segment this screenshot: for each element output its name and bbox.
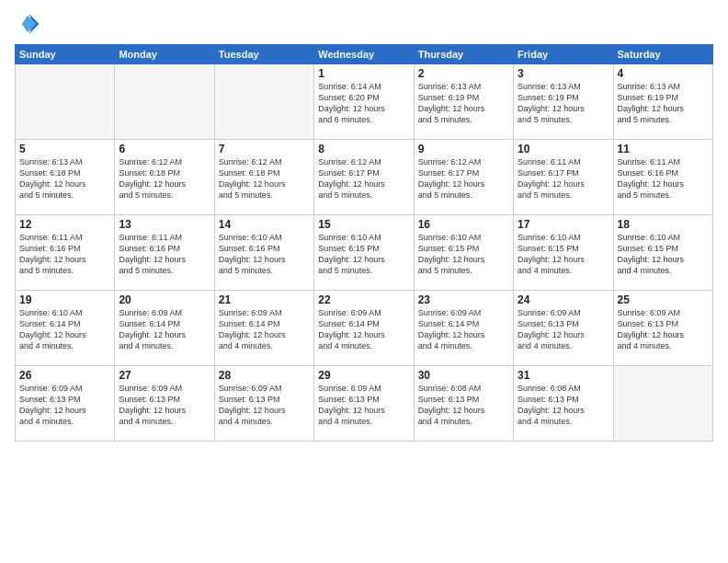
weekday-header-tuesday: Tuesday [214, 45, 313, 64]
day-info: Sunrise: 6:09 AM Sunset: 6:13 PM Dayligh… [19, 383, 110, 428]
day-number: 8 [318, 143, 409, 155]
day-info: Sunrise: 6:11 AM Sunset: 6:16 PM Dayligh… [119, 232, 210, 277]
calendar-cell: 24Sunrise: 6:09 AM Sunset: 6:13 PM Dayli… [514, 291, 613, 366]
weekday-header-saturday: Saturday [613, 45, 712, 64]
week-row-1: 1Sunrise: 6:14 AM Sunset: 6:20 PM Daylig… [16, 64, 713, 140]
day-info: Sunrise: 6:10 AM Sunset: 6:16 PM Dayligh… [219, 232, 310, 277]
day-number: 22 [318, 293, 409, 306]
day-number: 12 [19, 218, 110, 231]
day-number: 28 [219, 369, 310, 382]
day-info: Sunrise: 6:11 AM Sunset: 6:17 PM Dayligh… [518, 156, 609, 201]
day-info: Sunrise: 6:11 AM Sunset: 6:16 PM Dayligh… [19, 232, 110, 277]
calendar-cell [214, 64, 313, 140]
week-row-4: 19Sunrise: 6:10 AM Sunset: 6:14 PM Dayli… [16, 291, 713, 366]
day-info: Sunrise: 6:09 AM Sunset: 6:14 PM Dayligh… [219, 307, 310, 352]
day-info: Sunrise: 6:09 AM Sunset: 6:14 PM Dayligh… [418, 307, 509, 352]
day-number: 24 [518, 293, 609, 306]
calendar-cell: 21Sunrise: 6:09 AM Sunset: 6:14 PM Dayli… [214, 291, 313, 366]
day-number: 20 [119, 293, 210, 306]
day-number: 23 [418, 293, 509, 306]
day-info: Sunrise: 6:13 AM Sunset: 6:19 PM Dayligh… [518, 81, 609, 126]
day-info: Sunrise: 6:13 AM Sunset: 6:18 PM Dayligh… [19, 156, 110, 201]
day-info: Sunrise: 6:09 AM Sunset: 6:13 PM Dayligh… [518, 307, 609, 352]
day-info: Sunrise: 6:10 AM Sunset: 6:15 PM Dayligh… [318, 232, 409, 277]
calendar-cell: 6Sunrise: 6:12 AM Sunset: 6:18 PM Daylig… [115, 140, 214, 215]
day-number: 29 [318, 369, 409, 382]
calendar-cell: 11Sunrise: 6:11 AM Sunset: 6:16 PM Dayli… [613, 140, 712, 215]
weekday-header-wednesday: Wednesday [314, 45, 414, 64]
calendar-cell: 23Sunrise: 6:09 AM Sunset: 6:14 PM Dayli… [414, 291, 513, 366]
calendar-cell: 13Sunrise: 6:11 AM Sunset: 6:16 PM Dayli… [115, 215, 214, 291]
calendar: SundayMondayTuesdayWednesdayThursdayFrid… [15, 44, 713, 442]
calendar-cell: 26Sunrise: 6:09 AM Sunset: 6:13 PM Dayli… [16, 366, 115, 442]
calendar-cell [613, 366, 712, 442]
weekday-header-monday: Monday [115, 45, 214, 64]
day-info: Sunrise: 6:08 AM Sunset: 6:13 PM Dayligh… [518, 383, 609, 428]
day-info: Sunrise: 6:09 AM Sunset: 6:13 PM Dayligh… [219, 383, 310, 428]
calendar-cell: 29Sunrise: 6:09 AM Sunset: 6:13 PM Dayli… [314, 366, 414, 442]
day-number: 7 [219, 143, 310, 155]
calendar-cell: 19Sunrise: 6:10 AM Sunset: 6:14 PM Dayli… [16, 291, 115, 366]
weekday-header-friday: Friday [514, 45, 613, 64]
day-number: 3 [518, 67, 609, 80]
day-info: Sunrise: 6:12 AM Sunset: 6:18 PM Dayligh… [219, 156, 310, 201]
header [15, 11, 713, 37]
day-number: 18 [618, 218, 709, 231]
day-info: Sunrise: 6:13 AM Sunset: 6:19 PM Dayligh… [418, 81, 509, 126]
calendar-cell: 25Sunrise: 6:09 AM Sunset: 6:13 PM Dayli… [613, 291, 712, 366]
week-row-5: 26Sunrise: 6:09 AM Sunset: 6:13 PM Dayli… [16, 366, 713, 442]
day-number: 4 [618, 67, 709, 80]
day-number: 5 [19, 143, 110, 155]
calendar-cell [16, 64, 115, 140]
calendar-cell: 2Sunrise: 6:13 AM Sunset: 6:19 PM Daylig… [414, 64, 513, 140]
calendar-cell: 16Sunrise: 6:10 AM Sunset: 6:15 PM Dayli… [414, 215, 513, 291]
day-info: Sunrise: 6:10 AM Sunset: 6:15 PM Dayligh… [518, 232, 609, 277]
day-number: 25 [618, 293, 709, 306]
day-number: 9 [418, 143, 509, 155]
calendar-cell: 1Sunrise: 6:14 AM Sunset: 6:20 PM Daylig… [314, 64, 414, 140]
day-info: Sunrise: 6:12 AM Sunset: 6:18 PM Dayligh… [119, 156, 210, 201]
day-info: Sunrise: 6:09 AM Sunset: 6:13 PM Dayligh… [318, 383, 409, 428]
calendar-cell: 14Sunrise: 6:10 AM Sunset: 6:16 PM Dayli… [214, 215, 313, 291]
calendar-cell: 17Sunrise: 6:10 AM Sunset: 6:15 PM Dayli… [514, 215, 613, 291]
day-info: Sunrise: 6:08 AM Sunset: 6:13 PM Dayligh… [418, 383, 509, 428]
day-number: 26 [19, 369, 110, 382]
day-number: 21 [219, 293, 310, 306]
calendar-cell: 18Sunrise: 6:10 AM Sunset: 6:15 PM Dayli… [613, 215, 712, 291]
day-info: Sunrise: 6:11 AM Sunset: 6:16 PM Dayligh… [618, 156, 709, 201]
calendar-cell: 9Sunrise: 6:12 AM Sunset: 6:17 PM Daylig… [414, 140, 513, 215]
calendar-cell: 8Sunrise: 6:12 AM Sunset: 6:17 PM Daylig… [314, 140, 414, 215]
day-number: 31 [518, 369, 609, 382]
day-number: 16 [418, 218, 509, 231]
day-number: 6 [119, 143, 210, 155]
day-info: Sunrise: 6:09 AM Sunset: 6:13 PM Dayligh… [119, 383, 210, 428]
calendar-cell: 4Sunrise: 6:13 AM Sunset: 6:19 PM Daylig… [613, 64, 712, 140]
calendar-cell: 12Sunrise: 6:11 AM Sunset: 6:16 PM Dayli… [16, 215, 115, 291]
day-number: 27 [119, 369, 210, 382]
day-info: Sunrise: 6:09 AM Sunset: 6:14 PM Dayligh… [318, 307, 409, 352]
day-info: Sunrise: 6:09 AM Sunset: 6:14 PM Dayligh… [119, 307, 210, 352]
calendar-cell: 10Sunrise: 6:11 AM Sunset: 6:17 PM Dayli… [514, 140, 613, 215]
day-number: 17 [518, 218, 609, 231]
calendar-cell: 3Sunrise: 6:13 AM Sunset: 6:19 PM Daylig… [514, 64, 613, 140]
day-number: 13 [119, 218, 210, 231]
day-number: 2 [418, 67, 509, 80]
calendar-cell: 27Sunrise: 6:09 AM Sunset: 6:13 PM Dayli… [115, 366, 214, 442]
day-number: 30 [418, 369, 509, 382]
weekday-header-sunday: Sunday [16, 45, 115, 64]
day-info: Sunrise: 6:10 AM Sunset: 6:15 PM Dayligh… [418, 232, 509, 277]
day-number: 1 [318, 67, 409, 80]
calendar-cell: 31Sunrise: 6:08 AM Sunset: 6:13 PM Dayli… [514, 366, 613, 442]
day-number: 10 [518, 143, 609, 155]
weekday-header-thursday: Thursday [414, 45, 513, 64]
calendar-cell: 22Sunrise: 6:09 AM Sunset: 6:14 PM Dayli… [314, 291, 414, 366]
calendar-cell: 15Sunrise: 6:10 AM Sunset: 6:15 PM Dayli… [314, 215, 414, 291]
weekday-header-row: SundayMondayTuesdayWednesdayThursdayFrid… [16, 45, 713, 64]
day-info: Sunrise: 6:10 AM Sunset: 6:15 PM Dayligh… [618, 232, 709, 277]
week-row-2: 5Sunrise: 6:13 AM Sunset: 6:18 PM Daylig… [16, 140, 713, 215]
day-info: Sunrise: 6:14 AM Sunset: 6:20 PM Dayligh… [318, 81, 409, 126]
day-info: Sunrise: 6:10 AM Sunset: 6:14 PM Dayligh… [19, 307, 110, 352]
calendar-cell: 30Sunrise: 6:08 AM Sunset: 6:13 PM Dayli… [414, 366, 513, 442]
logo [15, 11, 44, 37]
calendar-cell: 28Sunrise: 6:09 AM Sunset: 6:13 PM Dayli… [214, 366, 313, 442]
